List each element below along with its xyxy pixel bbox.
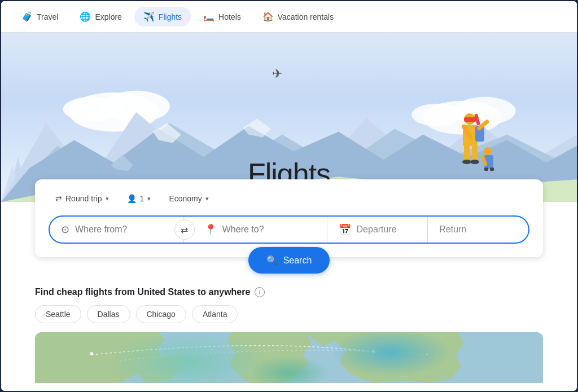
app-window: 🧳 Travel 🌐 Explore ✈️ Flights 🛏️ Hotels … (0, 0, 578, 392)
return-field[interactable]: Return (428, 217, 528, 243)
nav-flights[interactable]: ✈️ Flights (134, 7, 191, 27)
passenger-selector[interactable]: 👤 1 ▾ (120, 191, 158, 206)
svg-point-40 (372, 350, 375, 353)
section-title-text: Find cheap flights from United States to… (35, 287, 250, 297)
calendar-icon: 📅 (339, 223, 351, 236)
person-icon: 👤 (127, 194, 137, 203)
city-tags: Seattle Dallas Chicago Atlanta (35, 305, 543, 323)
city-tag-chicago[interactable]: Chicago (136, 305, 186, 323)
search-options-bar: ⇄ Round trip ▾ 👤 1 ▾ Economy ▾ (49, 191, 529, 206)
search-button[interactable]: 🔍 Search (248, 247, 330, 274)
to-field[interactable]: 📍 (184, 217, 327, 243)
plane-icon: ✈ (272, 67, 282, 81)
swap-arrows-icon: ⇄ (55, 194, 62, 203)
to-input[interactable] (222, 224, 316, 235)
travel-icon: 🧳 (21, 11, 33, 22)
search-icon: 🔍 (266, 255, 278, 266)
cabin-class-selector[interactable]: Economy ▾ (162, 191, 215, 206)
top-nav: 🧳 Travel 🌐 Explore ✈️ Flights 🛏️ Hotels … (1, 1, 577, 33)
svg-point-32 (484, 147, 492, 155)
swap-button[interactable]: ⇄ (174, 219, 195, 240)
passenger-count: 1 (140, 194, 144, 203)
search-fields-row: ⊙ ⇄ 📍 📅 Departure Return (49, 215, 529, 244)
nav-explore-label: Explore (95, 12, 121, 21)
to-location-icon: 📍 (204, 223, 217, 236)
nav-travel[interactable]: 🧳 Travel (12, 7, 67, 27)
departure-field[interactable]: 📅 Departure (327, 217, 428, 243)
trip-type-selector[interactable]: ⇄ Round trip ▾ (49, 191, 116, 206)
nav-vacation-label: Vacation rentals (278, 12, 334, 21)
svg-rect-38 (35, 332, 543, 383)
hero-section: ✈ (1, 33, 577, 202)
passenger-chevron: ▾ (147, 195, 151, 202)
cabin-class-label: Economy (169, 194, 202, 203)
nav-flights-label: Flights (159, 12, 182, 21)
city-tag-dallas[interactable]: Dallas (87, 305, 130, 323)
trip-type-chevron: ▾ (106, 195, 109, 202)
search-button-label: Search (283, 256, 312, 266)
bottom-section: Find cheap flights from United States to… (1, 274, 577, 391)
svg-point-2 (63, 97, 120, 122)
nav-hotels-label: Hotels (218, 12, 241, 21)
nav-explore[interactable]: 🌐 Explore (71, 7, 130, 27)
vacation-icon: 🏠 (262, 11, 274, 22)
search-panel: ⇄ Round trip ▾ 👤 1 ▾ Economy ▾ ⊙ ⇄ (35, 179, 543, 257)
city-tag-atlanta[interactable]: Atlanta (192, 305, 238, 323)
hotels-icon: 🛏️ (203, 11, 214, 22)
from-field[interactable]: ⊙ ⇄ (50, 217, 184, 243)
explore-icon: 🌐 (80, 11, 91, 22)
svg-rect-23 (464, 117, 476, 122)
trip-type-label: Round trip (65, 194, 102, 203)
nav-vacation[interactable]: 🏠 Vacation rentals (253, 7, 343, 27)
info-icon[interactable]: i (255, 287, 265, 297)
search-button-wrap: 🔍 Search (1, 247, 577, 274)
section-title: Find cheap flights from United States to… (35, 287, 543, 297)
svg-point-39 (90, 352, 93, 355)
flights-nav-icon: ✈️ (143, 11, 155, 22)
from-location-icon: ⊙ (61, 223, 69, 236)
nav-hotels[interactable]: 🛏️ Hotels (194, 7, 250, 27)
departure-label: Departure (357, 224, 397, 235)
city-tag-seattle[interactable]: Seattle (35, 305, 81, 323)
cabin-chevron: ▾ (205, 195, 209, 202)
from-input[interactable] (75, 224, 172, 235)
nav-travel-label: Travel (37, 12, 58, 21)
map-preview[interactable] (35, 332, 543, 383)
return-label: Return (439, 224, 466, 235)
